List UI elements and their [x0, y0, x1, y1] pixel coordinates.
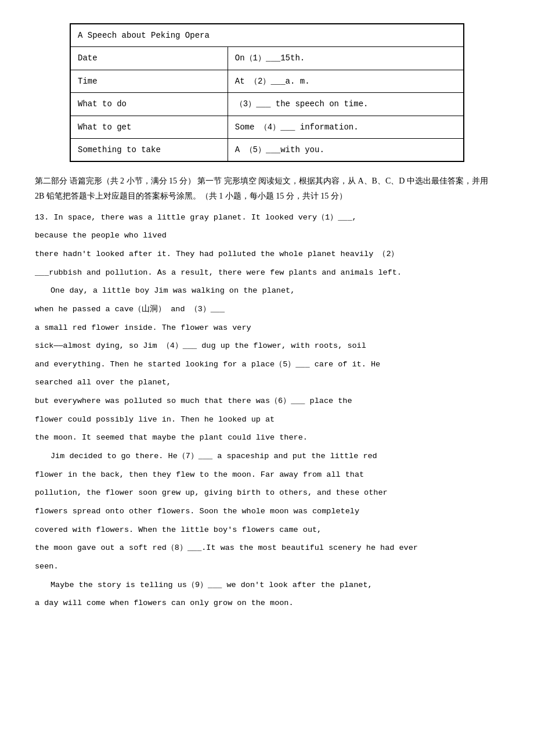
- passage-line-16: flowers spread onto other flowers. Soon …: [35, 504, 499, 519]
- table-cell-label: What to get: [71, 116, 228, 138]
- table-cell-value: At （2）___a. m.: [228, 70, 463, 92]
- page-container: A Speech about Peking Opera Date On（1）__…: [35, 23, 499, 611]
- passage-line-19: seen.: [35, 559, 499, 574]
- section-header: 第二部分 语篇完形（共 2 小节，满分 15 分） 第一节 完形填空 阅读短文，…: [35, 174, 499, 203]
- table-row: What to get Some （4）___ information.: [71, 116, 464, 138]
- passage-line-22: a day will come when flowers can only gr…: [35, 596, 499, 611]
- table-cell-label: Date: [71, 47, 228, 70]
- table-cell-value: On（1）___15th.: [228, 47, 463, 70]
- passage-line-9: searched all over the planet,: [35, 375, 499, 390]
- passage-line-0: 13. In space, there was a little gray pl…: [35, 210, 499, 225]
- passage-container: 13. In space, there was a little gray pl…: [35, 210, 499, 611]
- passage-line-10: but everywhere was polluted so much that…: [35, 394, 499, 409]
- passage-line-text-0: In space, there was a little gray planet…: [53, 213, 356, 222]
- passage-line-13: Jim decided to go there. He（7）___ a spac…: [35, 449, 499, 464]
- passage-line-17: covered with flowers. When the little bo…: [35, 523, 499, 538]
- table-cell-value: Some （4）___ information.: [228, 116, 463, 138]
- table-cell-label: Time: [71, 70, 228, 92]
- passage-line-8: and everything. Then he started looking …: [35, 357, 499, 372]
- table-cell-value: （3）___ the speech on time.: [228, 93, 463, 116]
- passage-line-7: sick——almost dying, so Jim （4）___ dug up…: [35, 339, 499, 354]
- passage-line-1: because the people who lived: [35, 228, 499, 243]
- passage-line-15: pollution, the flower soon grew up, givi…: [35, 485, 499, 501]
- table-cell-label: Something to take: [71, 138, 228, 161]
- passage-line-4: One day, a little boy Jim was walking on…: [35, 283, 499, 298]
- table-row: What to do （3）___ the speech on time.: [71, 93, 464, 116]
- passage-line-5: when he passed a cave（山洞） and （3）___: [35, 302, 499, 317]
- passage-number: 13.: [35, 213, 49, 222]
- passage-line-6: a small red flower inside. The flower wa…: [35, 321, 499, 336]
- passage-line-11: flower could possibly live in. Then he l…: [35, 412, 499, 427]
- table-row: Something to take A （5）___with you.: [71, 138, 464, 161]
- table-cell-label: What to do: [71, 93, 228, 116]
- table-cell-value: A （5）___with you.: [228, 138, 463, 161]
- passage-line-12: the moon. It seemed that maybe the plant…: [35, 430, 499, 445]
- speech-table: A Speech about Peking Opera Date On（1）__…: [70, 24, 464, 161]
- passage-line-14: flower in the back, then they flew to th…: [35, 467, 499, 483]
- passage-line-20: Maybe the story is telling us（9）___ we d…: [35, 578, 499, 593]
- passage-line-18: the moon gave out a soft red（8）___.It wa…: [35, 541, 499, 556]
- table-title-row: A Speech about Peking Opera: [71, 24, 464, 47]
- speech-table-wrapper: A Speech about Peking Opera Date On（1）__…: [70, 23, 464, 162]
- table-title-cell: A Speech about Peking Opera: [71, 24, 464, 47]
- passage-line-3: ___rubbish and pollution. As a result, t…: [35, 265, 499, 280]
- passage-line-2: there hadn't looked after it. They had p…: [35, 247, 499, 262]
- table-row: Date On（1）___15th.: [71, 47, 464, 70]
- table-row: Time At （2）___a. m.: [71, 70, 464, 92]
